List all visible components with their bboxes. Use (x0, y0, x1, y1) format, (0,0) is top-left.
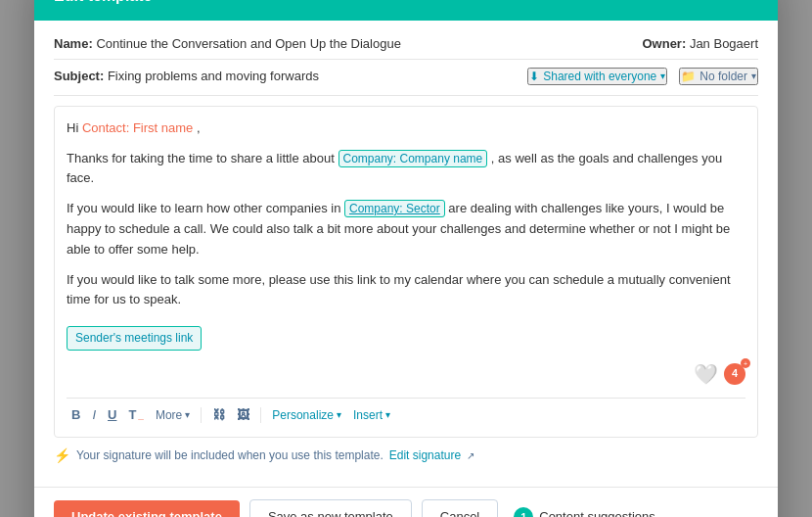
toolbar-separator-1 (201, 407, 202, 423)
insert-label: Insert (353, 408, 383, 422)
personalize-button[interactable]: Personalize ▾ (267, 405, 346, 425)
content-suggestions-badge: 1 (514, 507, 533, 517)
paragraph-3: If you would like to talk some more, ple… (67, 270, 745, 311)
editor-area[interactable]: Hi Contact: First name , Thanks for taki… (54, 106, 758, 439)
subject-row: Subject: Fixing problems and moving forw… (54, 68, 758, 96)
paragraph-2: If you would like to learn how other com… (67, 199, 745, 259)
shared-label: Shared with everyone (543, 70, 656, 83)
subject-key: Subject: (54, 69, 104, 83)
shared-chevron-icon: ▾ (660, 70, 665, 81)
underline-button[interactable]: U (103, 404, 121, 425)
template-owner: Owner: Jan Bogaert (642, 36, 758, 51)
name-row: Name: Continue the Conversation and Open… (54, 36, 758, 60)
greeting-text: Hi (67, 120, 78, 135)
image-icon: 🖼 (237, 407, 249, 422)
paragraph-1: Thanks for taking the time to share a li… (67, 149, 745, 190)
template-subject: Subject: Fixing problems and moving forw… (54, 69, 319, 83)
link-button[interactable]: ⛓ (207, 404, 230, 425)
signature-row: ⚡ Your signature will be included when y… (54, 438, 758, 471)
folder-chevron-icon: ▾ (751, 70, 756, 81)
subject-value: Fixing problems and moving forwards (108, 69, 319, 83)
name-value: Continue the Conversation and Open Up th… (96, 36, 401, 51)
bold-button[interactable]: B (67, 404, 85, 425)
company-token[interactable]: Company: Company name (338, 150, 488, 167)
toolbar-separator-2 (260, 407, 261, 423)
modal-body: Name: Continue the Conversation and Open… (34, 21, 778, 488)
more-button[interactable]: More ▾ (151, 405, 195, 425)
link-icon: ⛓ (212, 407, 225, 422)
folder-button[interactable]: 📁 No folder ▾ (679, 68, 758, 85)
editor-bottom-row: 🤍 4 + (67, 358, 745, 390)
ai-plus-icon: + (741, 358, 750, 368)
sector-token[interactable]: Company: Sector (344, 200, 445, 217)
external-link-icon: ↗ (467, 450, 474, 461)
name-key: Name: (54, 36, 93, 51)
edit-template-modal: Edit template × Name: Continue the Conve… (34, 0, 778, 517)
emoji-ai-row: 🤍 4 + (694, 358, 745, 390)
text-color-label: T (128, 407, 136, 422)
edit-signature-link[interactable]: Edit signature (389, 448, 461, 462)
personalize-label: Personalize (272, 408, 334, 422)
content-suggestions-button[interactable]: 1 Content suggestions (514, 507, 655, 517)
update-template-button[interactable]: Update existing template (54, 500, 240, 517)
modal-footer: Update existing template Save as new tem… (34, 487, 778, 517)
personalize-chevron-icon: ▾ (337, 409, 341, 420)
more-label: More (156, 408, 182, 422)
text-color-button[interactable]: T _ (123, 404, 149, 425)
paragraph1-pre: Thanks for taking the time to share a li… (67, 151, 335, 165)
folder-icon: 📁 (681, 70, 696, 83)
modal-header: Edit template × (34, 0, 778, 21)
greeting-paragraph: Hi Contact: First name , (67, 118, 745, 139)
insert-chevron-icon: ▾ (385, 409, 390, 420)
meetings-row: Sender's meetings link (67, 320, 745, 351)
owner-value: Jan Bogaert (690, 36, 758, 51)
content-suggestions-label: Content suggestions (539, 509, 655, 517)
modal-overlay: Edit template × Name: Continue the Conve… (0, 0, 812, 517)
contact-token[interactable]: Contact: First name (82, 120, 193, 135)
insert-button[interactable]: Insert ▾ (348, 405, 395, 425)
editor-content: Hi Contact: First name , Thanks for taki… (67, 118, 745, 310)
text-color-indicator: _ (138, 409, 144, 420)
cancel-button[interactable]: Cancel (422, 499, 498, 517)
meetings-link[interactable]: Sender's meetings link (67, 326, 202, 351)
save-new-template-button[interactable]: Save as new template (249, 499, 412, 517)
folder-label: No folder (699, 70, 747, 83)
close-button[interactable]: × (736, 0, 758, 7)
image-button[interactable]: 🖼 (232, 404, 254, 425)
signature-notice: Your signature will be included when you… (76, 448, 383, 462)
emoji-icon[interactable]: 🤍 (694, 358, 718, 390)
paragraph2-pre: If you would like to learn how other com… (67, 201, 340, 215)
italic-button[interactable]: I (87, 404, 101, 425)
signature-icon: ⚡ (54, 447, 70, 463)
subject-actions: ⬇ Shared with everyone ▾ 📁 No folder ▾ (527, 68, 758, 85)
download-icon: ⬇ (529, 70, 539, 83)
template-name: Name: Continue the Conversation and Open… (54, 36, 401, 51)
owner-key: Owner: (642, 36, 686, 51)
modal-title: Edit template (54, 0, 152, 5)
shared-with-button[interactable]: ⬇ Shared with everyone ▾ (527, 68, 667, 85)
ai-badge-container[interactable]: 4 + (724, 363, 745, 385)
editor-toolbar: B I U T _ More ▾ ⛓ � (67, 398, 745, 425)
more-chevron-icon: ▾ (185, 409, 190, 420)
